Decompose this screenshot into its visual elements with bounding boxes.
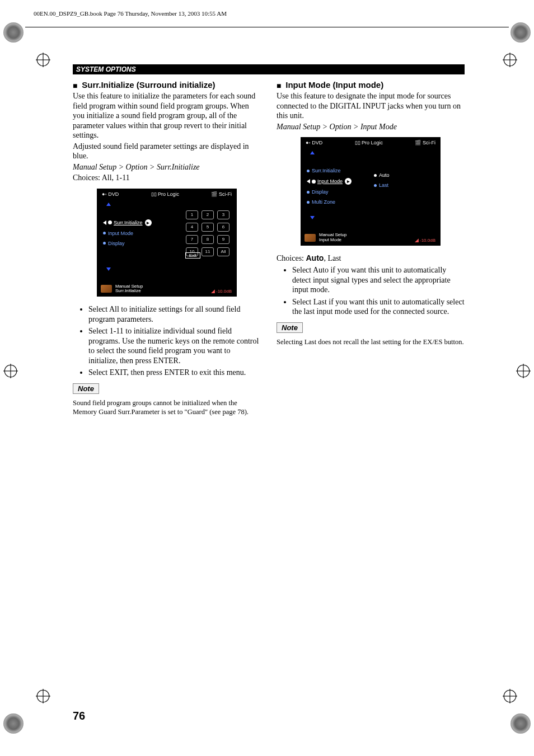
list-item: Select Last if you want this unit to aut…: [292, 297, 465, 317]
registration-mark-icon: [503, 53, 517, 67]
left-column: ■ Surr.Initialize (Surround initialize) …: [73, 78, 261, 424]
osd-key: 6: [217, 223, 229, 232]
osd-menu-item: Surr.Initialize: [312, 168, 341, 173]
right-heading-text: Input Mode (Input mode): [285, 80, 383, 90]
osd-key: 9: [217, 235, 229, 244]
osd-menu-item: Multi Zone: [312, 199, 335, 205]
osd-footer-icon: [101, 285, 112, 293]
registration-mark-icon: [503, 689, 517, 703]
osd-menu-item: Surr.Initialize: [114, 220, 143, 226]
left-bullet-list: Select All to initialize settings for al…: [73, 304, 261, 378]
right-breadcrumb: Manual Setup > Option > Input Mode: [277, 122, 465, 132]
left-choices: Choices: All, 1-11: [73, 173, 261, 183]
osd-screenshot-surr-initialize: ●◦ DVD ▯▯ Pro Logic 🎬 Sci-Fi Surr.Initia…: [97, 189, 237, 297]
osd-source: ●◦ DVD: [102, 191, 119, 197]
registration-mark-icon: [516, 364, 531, 378]
left-heading: ■ Surr.Initialize (Surround initialize): [73, 80, 261, 90]
registration-mark-icon: [36, 689, 50, 703]
square-bullet-icon: ■: [73, 81, 82, 90]
left-note-text: Sound field program groups cannot be ini…: [73, 398, 261, 417]
osd-menu-item: Display: [312, 189, 329, 195]
osd-key: 3: [217, 210, 229, 219]
up-arrow-icon: [310, 151, 315, 154]
right-arrow-icon: ▸: [145, 219, 152, 226]
right-column: ■ Input Mode (Input mode) Use this featu…: [277, 78, 465, 424]
right-choices: Choices: Auto, Last: [277, 253, 465, 264]
right-bullet-list: Select Auto if you want this unit to aut…: [277, 265, 465, 317]
square-bullet-icon: ■: [277, 81, 285, 90]
crop-mark: [510, 713, 531, 734]
crop-mark: [3, 713, 24, 734]
osd-key: 2: [202, 210, 214, 219]
osd-menu-item: Input Mode: [108, 231, 133, 236]
osd-volume-db: ◢-10.0dB: [211, 288, 232, 294]
note-label: Note: [277, 322, 303, 333]
section-header-bar: SYSTEM OPTIONS: [73, 64, 465, 74]
osd-menu-list: Surr.Initialize Input Mode▸ Display Mult…: [307, 163, 352, 209]
right-arrow-icon: ▸: [345, 178, 352, 185]
list-item: Select All to initialize settings for al…: [88, 304, 261, 324]
right-heading: ■ Input Mode (Input mode): [277, 80, 465, 90]
osd-menu-item: Display: [108, 241, 125, 246]
osd-options-list: Auto Last: [374, 168, 390, 192]
down-arrow-icon: [106, 267, 111, 271]
osd-keypad: 1 2 3 4 5 6 7 8 9 10 11 All: [186, 210, 229, 256]
osd-key: 8: [202, 235, 214, 244]
page-number: 76: [73, 710, 85, 722]
divider: [25, 27, 509, 27]
left-arrow-icon: [307, 179, 310, 184]
osd-key: 5: [202, 223, 214, 232]
note-label: Note: [73, 383, 99, 394]
osd-footer-text: Manual Setup Input Mode: [319, 233, 346, 243]
osd-decoder: ▯▯ Pro Logic: [151, 191, 180, 197]
list-item: Select EXIT, then press ENTER to exit th…: [88, 368, 261, 378]
document-header: 00EN.00_DSPZ9_GB.book Page 76 Thursday, …: [34, 10, 534, 17]
osd-menu-item: Input Mode: [317, 179, 343, 184]
osd-decoder: ▯▯ Pro Logic: [355, 140, 383, 145]
osd-key: 1: [186, 210, 198, 219]
osd-program: 🎬 Sci-Fi: [415, 140, 435, 145]
osd-exit-button: Exit: [185, 252, 200, 259]
crop-mark: [510, 22, 531, 43]
osd-screenshot-input-mode: ●◦ DVD ▯▯ Pro Logic 🎬 Sci-Fi Surr.Initia…: [301, 137, 441, 246]
left-arrow-icon: [103, 220, 106, 225]
down-arrow-icon: [310, 216, 315, 219]
crop-mark: [3, 22, 24, 43]
osd-key: 11: [202, 247, 214, 256]
osd-key: 7: [186, 235, 198, 244]
osd-option: Last: [379, 182, 388, 188]
osd-menu-list: Surr.Initialize▸ Input Mode Display: [103, 215, 152, 251]
osd-program: 🎬 Sci-Fi: [211, 191, 232, 197]
list-item: Select 1-11 to initialize individual sou…: [88, 326, 261, 365]
osd-footer-text: Manual Setup Surr.Initialize: [115, 284, 143, 294]
registration-mark-icon: [36, 53, 50, 67]
left-breadcrumb: Manual Setup > Option > Surr.Initialize: [73, 162, 261, 172]
osd-key: 4: [186, 223, 198, 232]
right-paragraph-1: Use this feature to designate the input …: [277, 91, 465, 121]
osd-key: All: [217, 247, 229, 256]
left-paragraph-2: Adjusted sound field parameter settings …: [73, 142, 261, 161]
list-item: Select Auto if you want this unit to aut…: [292, 265, 465, 295]
left-heading-text: Surr.Initialize (Surround initialize): [82, 80, 215, 90]
registration-mark-icon: [3, 364, 18, 378]
left-paragraph-1: Use this feature to initialize the param…: [73, 91, 261, 140]
right-note-text: Selecting Last does not recall the last …: [277, 337, 465, 346]
osd-volume-db: ◢-10.0dB: [415, 237, 435, 243]
up-arrow-icon: [106, 203, 111, 206]
osd-option: Auto: [379, 172, 390, 178]
osd-source: ●◦ DVD: [306, 140, 322, 145]
osd-footer-icon: [305, 234, 316, 242]
section-title: SYSTEM OPTIONS: [73, 64, 139, 74]
